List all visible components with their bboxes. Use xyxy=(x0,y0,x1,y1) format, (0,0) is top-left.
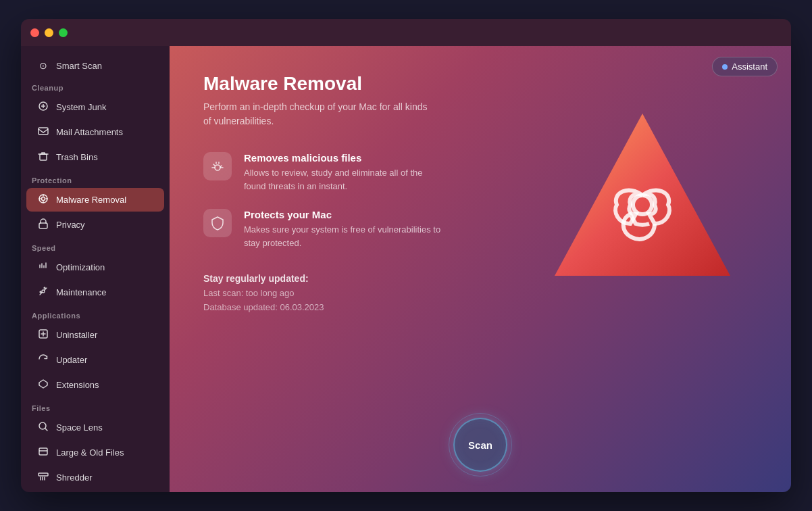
sidebar-item-label: Uninstaller xyxy=(56,330,97,340)
shield-icon xyxy=(203,209,232,237)
sidebar-item-label: Extensions xyxy=(56,380,99,390)
sidebar-section-cleanup: Cleanup xyxy=(21,77,170,95)
maintenance-icon xyxy=(37,286,49,299)
sidebar-item-shredder[interactable]: Shredder xyxy=(26,466,164,489)
feature-removes-malicious-text: Removes malicious files Allows to review… xyxy=(244,152,447,193)
extensions-icon xyxy=(37,379,49,391)
sidebar-item-mail-attachments[interactable]: Mail Attachments xyxy=(26,120,164,144)
feature-protects-mac: Protects your Mac Makes sure your system… xyxy=(203,209,474,249)
sidebar-item-optimization[interactable]: Optimization xyxy=(26,256,164,279)
sidebar-section-applications: Applications xyxy=(21,305,170,322)
svg-rect-2 xyxy=(40,154,47,160)
sidebar-item-label: Malware Removal xyxy=(56,195,126,205)
svg-rect-10 xyxy=(39,473,48,476)
sidebar-section-protection: Protection xyxy=(21,170,170,187)
biohazard-svg xyxy=(548,100,737,303)
sidebar-item-malware-removal[interactable]: Malware Removal xyxy=(26,188,164,212)
minimize-button[interactable] xyxy=(45,28,53,37)
updater-icon xyxy=(37,354,49,366)
assistant-label: Assistant xyxy=(732,62,767,72)
sidebar-item-system-junk[interactable]: System Junk xyxy=(26,95,164,119)
svg-point-6 xyxy=(42,290,45,293)
sidebar-item-privacy[interactable]: Privacy xyxy=(26,213,164,237)
privacy-icon xyxy=(37,218,49,231)
assistant-button[interactable]: Assistant xyxy=(712,57,778,76)
sidebar-item-label: Maintenance xyxy=(56,287,106,297)
sidebar-section-files: Files xyxy=(21,397,170,415)
app-window: ⊙ Smart Scan Cleanup System Junk Mail At… xyxy=(21,19,791,492)
sidebar-item-large-old-files[interactable]: Large & Old Files xyxy=(26,441,164,464)
sidebar-item-updater[interactable]: Updater xyxy=(26,348,164,372)
sidebar-item-label: Space Lens xyxy=(56,422,103,433)
sidebar-item-label: Large & Old Files xyxy=(56,447,124,458)
sidebar-item-smart-scan[interactable]: ⊙ Smart Scan xyxy=(26,55,164,76)
close-button[interactable] xyxy=(30,28,39,37)
svg-point-4 xyxy=(42,197,45,201)
scan-button-container: Scan xyxy=(453,418,507,472)
uninstaller-icon xyxy=(37,328,49,341)
svg-rect-5 xyxy=(39,223,47,228)
sidebar-item-label: Shredder xyxy=(56,472,92,483)
sidebar-item-space-lens[interactable]: Space Lens xyxy=(26,416,164,439)
main-content: ⊙ Smart Scan Cleanup System Junk Mail At… xyxy=(21,46,791,492)
titlebar xyxy=(21,19,791,46)
sidebar-item-uninstaller[interactable]: Uninstaller xyxy=(26,323,164,347)
svg-rect-1 xyxy=(39,128,48,135)
mail-icon xyxy=(37,126,49,139)
panel-title: Malware Removal xyxy=(203,73,757,95)
feature-description: Allows to review, study and eliminate al… xyxy=(244,166,447,193)
malware-icon xyxy=(37,193,49,206)
svg-rect-9 xyxy=(39,448,47,455)
sidebar-item-label: Updater xyxy=(56,355,87,365)
traffic-lights xyxy=(30,28,68,37)
sidebar-item-label: Optimization xyxy=(56,262,105,272)
feature-title: Protects your Mac xyxy=(244,209,447,220)
sidebar-item-label: Privacy xyxy=(56,220,85,230)
biohazard-illustration xyxy=(548,100,751,316)
feature-description: Makes sure your system is free of vulner… xyxy=(244,223,447,249)
sidebar-item-trash-bins[interactable]: Trash Bins xyxy=(26,145,164,169)
main-panel: Assistant Malware Removal Perform an in-… xyxy=(170,46,791,492)
panel-subtitle: Perform an in-depth checkup of your Mac … xyxy=(203,100,433,128)
system-junk-icon xyxy=(37,101,49,114)
sidebar-item-label: Trash Bins xyxy=(56,152,98,162)
smart-scan-icon: ⊙ xyxy=(37,60,49,71)
sidebar: ⊙ Smart Scan Cleanup System Junk Mail At… xyxy=(21,46,170,492)
feature-protects-mac-text: Protects your Mac Makes sure your system… xyxy=(244,209,447,249)
sidebar-item-extensions[interactable]: Extensions xyxy=(26,373,164,397)
sidebar-item-maintenance[interactable]: Maintenance xyxy=(26,281,164,304)
feature-list: Removes malicious files Allows to review… xyxy=(203,152,474,249)
space-lens-icon xyxy=(37,421,49,434)
feature-title: Removes malicious files xyxy=(244,152,447,164)
trash-icon xyxy=(37,151,49,164)
shredder-icon xyxy=(37,471,49,484)
scan-button[interactable]: Scan xyxy=(453,418,507,472)
optimization-icon xyxy=(37,261,49,274)
bug-icon xyxy=(203,152,232,180)
sidebar-section-speed: Speed xyxy=(21,237,170,255)
large-files-icon xyxy=(37,446,49,459)
fullscreen-button[interactable] xyxy=(59,28,68,37)
sidebar-item-label: Mail Attachments xyxy=(56,127,123,137)
assistant-dot xyxy=(722,64,728,70)
sidebar-item-label: System Junk xyxy=(56,102,106,112)
scan-button-wrapper: Scan xyxy=(453,418,507,472)
sidebar-item-label: Smart Scan xyxy=(56,61,102,71)
feature-removes-malicious: Removes malicious files Allows to review… xyxy=(203,152,474,193)
